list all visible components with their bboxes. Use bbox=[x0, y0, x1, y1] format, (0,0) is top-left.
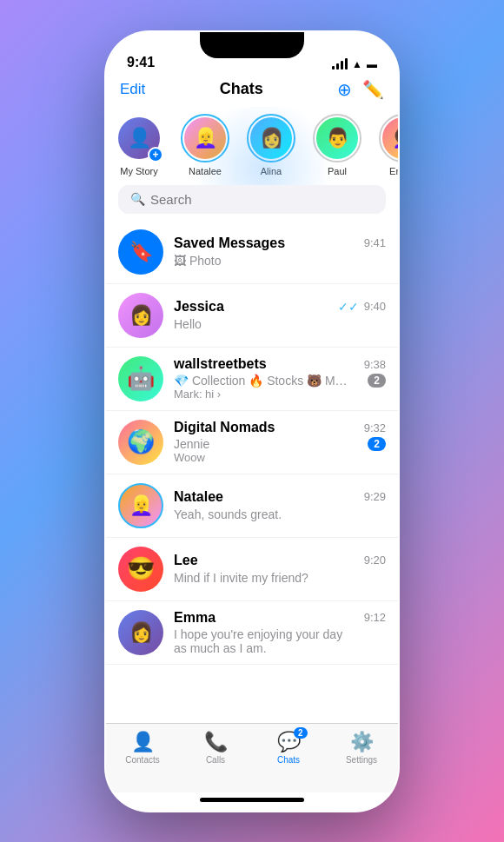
chat-name-lee: Lee bbox=[174, 553, 198, 568]
avatar-wsb: 🤖 bbox=[118, 356, 163, 401]
avatar-emma: 👩‍🦱 bbox=[382, 117, 398, 159]
chat-time-dn: 9:32 bbox=[364, 421, 386, 434]
chat-name-wsb: wallstreetbets bbox=[174, 356, 267, 372]
avatar-lee: 😎 bbox=[118, 547, 163, 592]
page-title: Chats bbox=[220, 80, 263, 98]
status-time: 9:41 bbox=[127, 55, 155, 70]
chat-time-wsb: 9:38 bbox=[364, 358, 386, 371]
chat-item-lee[interactable]: 😎 Lee 9:20 Mind if I invite my friend? bbox=[106, 538, 398, 601]
chat-content-jessica: Jessica ✓✓ 9:40 Hello bbox=[174, 299, 386, 332]
chat-name-saved: Saved Messages bbox=[174, 235, 285, 251]
chat-item-saved[interactable]: 🔖 Saved Messages 9:41 🖼 Photo bbox=[106, 221, 398, 284]
edit-button[interactable]: Edit bbox=[120, 81, 145, 98]
story-name-paul: Paul bbox=[328, 166, 347, 176]
chat-time-natalee2: 9:29 bbox=[364, 490, 386, 503]
wifi-icon: ▲ bbox=[352, 58, 362, 70]
avatar-jessica: 👩 bbox=[118, 293, 163, 338]
new-group-icon[interactable]: ⊕ bbox=[337, 79, 352, 100]
story-item-emma[interactable]: 👩‍🦱 Emma bbox=[370, 114, 398, 176]
chat-preview-dn-line1: Jennie bbox=[174, 437, 348, 451]
story-name-emma: Emma bbox=[389, 166, 398, 176]
chat-preview-emma2: I hope you're enjoying your day as much … bbox=[174, 627, 348, 655]
tab-label-contacts: Contacts bbox=[125, 755, 159, 765]
story-name-natalee: Natalee bbox=[189, 166, 222, 176]
chat-preview-jessica: Hello bbox=[174, 317, 202, 331]
contacts-icon: 👤 bbox=[131, 731, 155, 753]
status-icons: ▲ ▬ bbox=[332, 58, 377, 70]
search-icon: 🔍 bbox=[130, 192, 145, 206]
avatar-dn: 🌍 bbox=[118, 420, 163, 465]
chat-content-natalee2: Natalee 9:29 Yeah, sounds great. bbox=[174, 489, 386, 522]
chat-name-jessica: Jessica bbox=[174, 299, 224, 315]
tab-label-chats: Chats bbox=[277, 755, 300, 765]
add-story-badge: + bbox=[148, 147, 163, 162]
avatar-paul: 👨 bbox=[316, 117, 358, 159]
chat-name-dn: Digital Nomads bbox=[174, 420, 275, 435]
phone-frame: 9:41 ▲ ▬ Edit Chats ⊕ ✏️ bbox=[104, 30, 400, 812]
story-name-alina: Alina bbox=[261, 166, 282, 176]
chat-time-lee: 9:20 bbox=[364, 554, 386, 567]
chat-content-wsb: wallstreetbets 9:38 💎 Collection 🔥 Stock… bbox=[174, 356, 386, 401]
search-bar[interactable]: 🔍 bbox=[118, 185, 386, 214]
calls-icon: 📞 bbox=[204, 731, 228, 753]
story-item-natalee[interactable]: 👱‍♀️ Natalee bbox=[172, 114, 238, 176]
chat-time-saved: 9:41 bbox=[364, 236, 386, 249]
signal-bars-icon bbox=[332, 58, 348, 70]
chat-item-jessica[interactable]: 👩 Jessica ✓✓ 9:40 Hello bbox=[106, 284, 398, 348]
story-name-mystory: My Story bbox=[120, 166, 157, 176]
tab-chats[interactable]: 💬 2 Chats bbox=[252, 731, 325, 765]
avatar-natalee2: 👱‍♀️ bbox=[118, 483, 163, 528]
chat-name-emma2: Emma bbox=[174, 610, 216, 626]
chat-preview-wsb-line2: Mark: hi › bbox=[174, 388, 368, 401]
avatar-natalee: 👱‍♀️ bbox=[184, 117, 226, 159]
chat-content-dn: Digital Nomads 9:32 Jennie Woow 2 bbox=[174, 420, 386, 464]
chats-tab-badge: 2 bbox=[294, 727, 308, 739]
tab-label-settings: Settings bbox=[346, 755, 377, 765]
compose-icon[interactable]: ✏️ bbox=[362, 79, 384, 100]
unread-badge-wsb: 2 bbox=[368, 374, 386, 388]
chat-preview-dn-line2: Woow bbox=[174, 451, 368, 464]
tab-bar: 👤 Contacts 📞 Calls 💬 2 Chats ⚙️ Settings bbox=[106, 723, 398, 792]
chat-content-emma2: Emma 9:12 I hope you're enjoying your da… bbox=[174, 610, 386, 655]
chat-name-natalee2: Natalee bbox=[174, 489, 223, 505]
avatar-alina: 👩 bbox=[250, 117, 292, 159]
header-actions: ⊕ ✏️ bbox=[337, 79, 384, 100]
story-item-paul[interactable]: 👨 Paul bbox=[304, 114, 370, 176]
story-item-mystory[interactable]: 👤 + My Story bbox=[106, 114, 172, 176]
tab-calls[interactable]: 📞 Calls bbox=[179, 731, 252, 765]
tab-contacts[interactable]: 👤 Contacts bbox=[106, 731, 179, 765]
chat-item-wsb[interactable]: 🤖 wallstreetbets 9:38 💎 Collection 🔥 Sto… bbox=[106, 348, 398, 411]
header: Edit Chats ⊕ ✏️ bbox=[106, 76, 398, 107]
home-indicator-area bbox=[106, 792, 398, 811]
search-input[interactable] bbox=[150, 192, 374, 207]
chat-item-dn[interactable]: 🌍 Digital Nomads 9:32 Jennie Woow 2 bbox=[106, 411, 398, 474]
avatar-emma2: 👩 bbox=[118, 610, 163, 655]
battery-icon: ▬ bbox=[367, 58, 377, 70]
tab-settings[interactable]: ⚙️ Settings bbox=[325, 731, 398, 765]
stories-container: 👤 + My Story 👱‍♀️ Natalee bbox=[106, 107, 398, 185]
chat-preview-wsb-line1: 💎 Collection 🔥 Stocks 🐻 Memes... bbox=[174, 374, 348, 388]
notch bbox=[200, 32, 304, 58]
chats-tab-badge-wrap: 💬 2 bbox=[277, 731, 301, 753]
chat-preview-lee: Mind if I invite my friend? bbox=[174, 571, 308, 585]
chat-time-jessica: 9:40 bbox=[364, 300, 386, 313]
chat-item-natalee2[interactable]: 👱‍♀️ Natalee 9:29 Yeah, sounds great. bbox=[106, 474, 398, 538]
chat-list: 🔖 Saved Messages 9:41 🖼 Photo 👩 Jessica bbox=[106, 221, 398, 723]
chat-preview-saved: 🖼 Photo bbox=[174, 254, 221, 268]
home-indicator bbox=[200, 798, 304, 802]
chat-preview-natalee2: Yeah, sounds great. bbox=[174, 507, 282, 521]
chat-time-emma2: 9:12 bbox=[364, 611, 386, 624]
settings-icon: ⚙️ bbox=[350, 731, 374, 753]
story-item-alina[interactable]: 👩 Alina bbox=[238, 114, 304, 176]
chat-content-saved: Saved Messages 9:41 🖼 Photo bbox=[174, 235, 386, 269]
tab-label-calls: Calls bbox=[206, 755, 225, 765]
read-check-icon: ✓✓ bbox=[338, 300, 359, 314]
chat-item-emma2[interactable]: 👩 Emma 9:12 I hope you're enjoying your … bbox=[106, 601, 398, 665]
unread-badge-dn: 2 bbox=[368, 437, 386, 451]
avatar-saved: 🔖 bbox=[118, 229, 163, 275]
chat-content-lee: Lee 9:20 Mind if I invite my friend? bbox=[174, 553, 386, 586]
